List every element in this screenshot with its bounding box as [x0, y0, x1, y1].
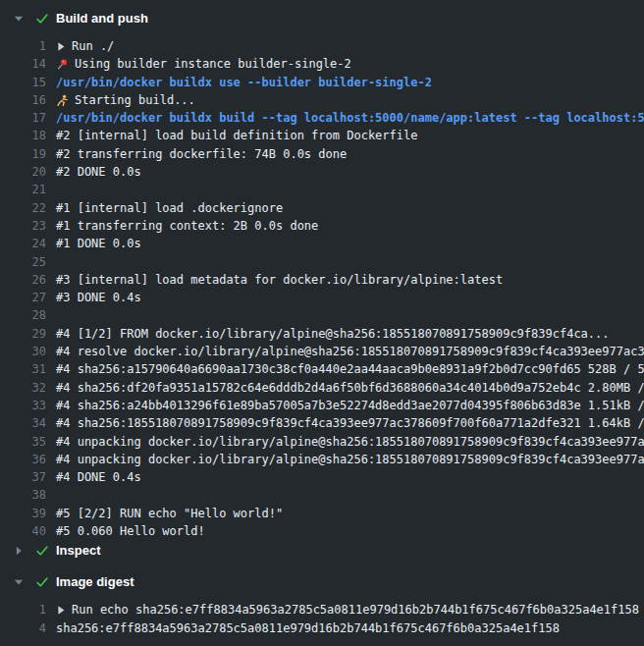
line-text-content: Using builder instance builder-single-2: [75, 55, 351, 73]
log-line: 29 #4 [1/2] FROM docker.io/library/alpin…: [0, 325, 644, 343]
line-number[interactable]: 38: [0, 486, 46, 504]
line-number[interactable]: 26: [0, 271, 46, 289]
line-number[interactable]: 31: [0, 360, 46, 378]
line-text: #4 sha256:df20fa9351a15782c64e6dddb2d4a6…: [46, 379, 644, 397]
line-text: #4 unpacking docker.io/library/alpine@sh…: [46, 451, 644, 468]
chevron-right-icon[interactable]: [14, 546, 35, 556]
line-text-content: /usr/bin/docker buildx build --tag local…: [56, 109, 644, 127]
line-number[interactable]: 39: [0, 505, 46, 522]
line-number[interactable]: 20: [0, 163, 46, 181]
log-line: 34 #4 sha256:185518070891758909c9f839cf4…: [0, 414, 644, 432]
log-line: 31 #4 sha256:a15790640a6690aa1730c38cf0a…: [0, 360, 644, 378]
line-text-content: Starting build...: [75, 91, 195, 109]
line-text-content: Run echo sha256:e7ff8834a5963a2785c5a081…: [72, 601, 639, 619]
log-line: 27 #3 DONE 0.4s: [0, 289, 644, 306]
line-text: #2 [internal] load build definition from…: [46, 127, 644, 144]
log-line: 18 #2 [internal] load build definition f…: [0, 127, 644, 144]
line-text-content: #4 sha256:a15790640a6690aa1730c38cf0a440…: [56, 360, 644, 378]
line-number[interactable]: 35: [0, 433, 46, 451]
line-text: #4 resolve docker.io/library/alpine@sha2…: [46, 343, 644, 360]
line-text: Run echo sha256:e7ff8834a5963a2785c5a081…: [46, 601, 644, 619]
line-text-content: #1 transferring context: 2B 0.0s done: [56, 217, 318, 235]
step-header[interactable]: Build and push: [0, 8, 644, 28]
step-header[interactable]: Inspect: [0, 540, 644, 561]
log-line: 23 #1 transferring context: 2B 0.0s done: [0, 217, 644, 235]
step-header[interactable]: Image digest: [0, 571, 644, 592]
line-number[interactable]: 34: [0, 414, 46, 432]
line-text: Starting build...: [46, 91, 644, 109]
line-number[interactable]: 14: [0, 55, 46, 73]
line-number[interactable]: 21: [0, 181, 46, 198]
line-text-content: sha256:e7ff8834a5963a2785c5a0811e979d16b…: [56, 619, 560, 637]
line-number[interactable]: 24: [0, 235, 46, 252]
line-text-content: #5 [2/2] RUN echo "Hello world!": [56, 505, 283, 522]
step-log-lines: 1 Run ./ 14 Using builder instance build…: [0, 28, 644, 540]
line-text: #5 [2/2] RUN echo "Hello world!": [46, 505, 644, 522]
line-number[interactable]: 19: [0, 145, 46, 163]
line-number[interactable]: 4: [0, 619, 46, 637]
workflow-log-viewer: Build and push 1 Run ./ 14 Using builder…: [0, 8, 644, 637]
line-text: #1 transferring context: 2B 0.0s done: [46, 217, 644, 235]
log-line: 33 #4 sha256:a24bb4013296f61e89ba57005a7…: [0, 397, 644, 414]
line-text-content: #4 sha256:a24bb4013296f61e89ba57005a7b3e…: [56, 397, 644, 414]
line-number[interactable]: 40: [0, 522, 46, 540]
line-text-content: Run ./: [72, 37, 114, 55]
line-number[interactable]: 18: [0, 127, 46, 144]
check-success-icon: [35, 12, 56, 26]
run-arrow-icon[interactable]: [56, 605, 66, 616]
log-line: 36 #4 unpacking docker.io/library/alpine…: [0, 451, 644, 468]
log-step-section: Build and push 1 Run ./ 14 Using builder…: [0, 8, 644, 540]
line-text-content: #3 [internal] load metadata for docker.i…: [56, 271, 503, 289]
line-text: Using builder instance builder-single-2: [46, 55, 644, 73]
line-number[interactable]: 28: [0, 306, 46, 324]
line-number[interactable]: 23: [0, 217, 46, 235]
line-number[interactable]: 1: [0, 37, 46, 55]
log-step-section: Inspect: [0, 540, 644, 561]
line-text: sha256:e7ff8834a5963a2785c5a0811e979d16b…: [46, 619, 644, 637]
line-number[interactable]: 27: [0, 289, 46, 306]
log-line: 40 #5 0.060 Hello world!: [0, 522, 644, 540]
chevron-down-icon[interactable]: [14, 577, 35, 587]
line-number[interactable]: 16: [0, 91, 46, 109]
log-line: 24 #1 DONE 0.0s: [0, 235, 644, 252]
line-text: #2 DONE 0.0s: [46, 163, 644, 181]
log-line: 28: [0, 306, 644, 324]
step-title: Image digest: [56, 574, 134, 589]
line-number[interactable]: 32: [0, 379, 46, 397]
line-number[interactable]: 29: [0, 325, 46, 343]
chevron-down-icon[interactable]: [14, 14, 35, 24]
line-text-content: #4 unpacking docker.io/library/alpine@sh…: [56, 433, 644, 451]
log-line: 30 #4 resolve docker.io/library/alpine@s…: [0, 343, 644, 360]
line-number[interactable]: 1: [0, 601, 46, 619]
line-number[interactable]: 15: [0, 74, 46, 91]
check-success-icon: [35, 575, 56, 589]
line-text-content: #4 [1/2] FROM docker.io/library/alpine@s…: [56, 325, 610, 343]
line-text-content: /usr/bin/docker buildx use --builder bui…: [56, 74, 432, 91]
line-number[interactable]: 36: [0, 451, 46, 468]
log-line: 1 Run echo sha256:e7ff8834a5963a2785c5a0…: [0, 601, 644, 619]
step-log-lines: 1 Run echo sha256:e7ff8834a5963a2785c5a0…: [0, 592, 644, 637]
line-text: #4 sha256:185518070891758909c9f839cf4ca3…: [46, 414, 644, 432]
line-text-content: #4 sha256:df20fa9351a15782c64e6dddb2d4a6…: [56, 379, 644, 397]
line-number[interactable]: 17: [0, 109, 46, 127]
run-arrow-icon[interactable]: [56, 41, 66, 52]
line-text-content: #4 unpacking docker.io/library/alpine@sh…: [56, 451, 644, 468]
line-text: /usr/bin/docker buildx build --tag local…: [46, 109, 644, 127]
log-line: 32 #4 sha256:df20fa9351a15782c64e6dddb2d…: [0, 379, 644, 397]
line-number[interactable]: 25: [0, 253, 46, 271]
line-text: #2 transferring dockerfile: 74B 0.0s don…: [46, 145, 644, 163]
line-number[interactable]: 33: [0, 397, 46, 414]
line-text-content: #2 DONE 0.0s: [56, 163, 141, 181]
log-line: 1 Run ./: [0, 37, 644, 55]
line-text: #1 [internal] load .dockerignore: [46, 199, 644, 217]
line-text-content: #5 0.060 Hello world!: [56, 522, 205, 540]
line-number[interactable]: 22: [0, 199, 46, 217]
line-text-content: #2 [internal] load build definition from…: [56, 127, 417, 144]
runner-icon: [56, 94, 69, 107]
step-title: Inspect: [56, 543, 101, 558]
line-number[interactable]: 30: [0, 343, 46, 360]
log-line: 16 Starting build...: [0, 91, 644, 109]
line-number[interactable]: 37: [0, 468, 46, 486]
check-success-icon: [35, 544, 56, 558]
log-line: 35 #4 unpacking docker.io/library/alpine…: [0, 433, 644, 451]
